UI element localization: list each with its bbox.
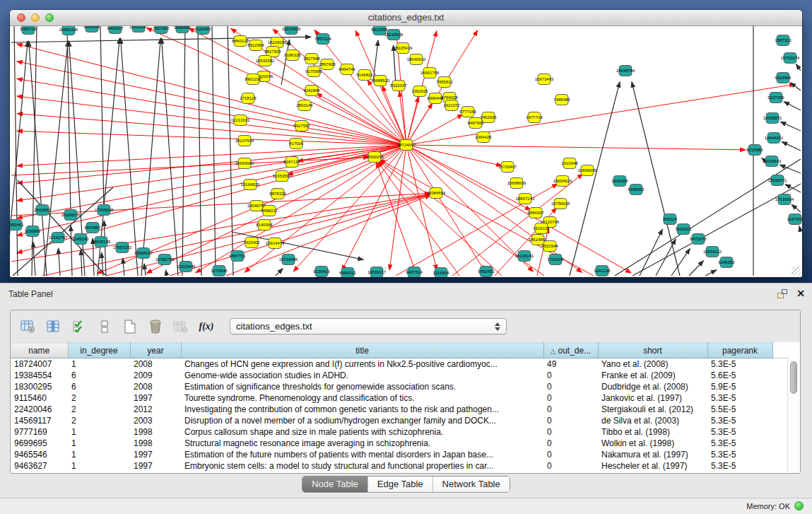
network-node[interactable]: 17016504 <box>775 194 794 205</box>
network-node[interactable]: 1587310 <box>775 35 792 46</box>
network-node[interactable]: 9242848 <box>303 86 320 96</box>
network-node[interactable]: 1156869 <box>25 226 42 237</box>
table-row[interactable]: 1872400712008Changes of HCN gene express… <box>11 358 789 370</box>
network-node[interactable]: 10973493 <box>535 74 554 85</box>
network-node[interactable]: 9463627 <box>107 26 124 34</box>
network-node[interactable]: 19166829 <box>241 180 260 190</box>
network-node[interactable]: 9952451 <box>478 267 495 277</box>
tab-edge-table[interactable]: Edge Table <box>367 477 433 492</box>
network-node[interactable]: 8860123 <box>232 36 249 47</box>
table-row[interactable]: 977716911998Corpus callosum shape and si… <box>11 426 789 438</box>
network-node[interactable]: 1610948 <box>561 158 578 169</box>
network-node[interactable]: 9245652 <box>718 257 735 268</box>
table-row[interactable]: 2242004622012Investigating the contribut… <box>11 404 789 415</box>
network-node[interactable]: 9699695 <box>174 26 191 33</box>
network-node[interactable]: 2867608 <box>319 59 336 70</box>
network-node[interactable]: 1362615 <box>411 86 428 97</box>
network-node[interactable]: 8454749 <box>339 64 355 75</box>
network-node[interactable]: 835114 <box>663 214 677 225</box>
network-node[interactable]: 9901230 <box>245 74 261 85</box>
network-node[interactable]: 1615132 <box>533 223 550 234</box>
network-node[interactable]: 1621072 <box>443 100 460 111</box>
row-height-button[interactable] <box>94 317 115 336</box>
float-panel-icon[interactable] <box>777 288 788 298</box>
table-scrollbar-thumb[interactable] <box>790 361 797 394</box>
table-chooser-select[interactable]: citations_edges.txt <box>230 318 507 334</box>
table-settings-button[interactable] <box>18 317 39 336</box>
memory-ok-icon[interactable] <box>794 501 804 510</box>
network-node[interactable]: 19756928 <box>551 199 570 209</box>
column-header-short[interactable]: short <box>598 343 707 358</box>
network-node[interactable]: 8878334 <box>269 189 286 199</box>
network-node[interactable]: 12444151 <box>765 133 784 144</box>
network-node[interactable]: 9329966 <box>775 73 792 83</box>
table-row[interactable]: 946362711997Embryonic stem cells: a mode… <box>11 460 789 472</box>
network-node[interactable]: 2803144 <box>296 100 313 111</box>
column-header-name[interactable]: name <box>11 343 68 358</box>
function-builder-button[interactable]: f(x) <box>196 317 217 336</box>
network-node[interactable]: 9437514 <box>406 267 423 278</box>
network-node[interactable]: 1350461 <box>10 220 24 230</box>
network-node[interactable]: 9465546 <box>83 26 100 33</box>
network-node[interactable]: 9055724 <box>20 26 37 35</box>
network-node[interactable]: 16648784 <box>616 66 635 76</box>
network-node[interactable]: 9975887 <box>84 223 101 233</box>
network-node[interactable]: 10688609 <box>507 178 526 189</box>
network-node[interactable]: 19716485 <box>279 255 298 265</box>
zoom-window-button[interactable] <box>45 13 54 22</box>
network-node[interactable]: 10553287 <box>129 26 148 33</box>
network-node[interactable]: 17957253 <box>113 243 132 253</box>
network-node[interactable]: 18107554 <box>235 136 254 146</box>
network-node[interactable]: 1041238 <box>594 266 611 276</box>
delete-table-button[interactable] <box>170 317 192 336</box>
network-node[interactable]: 7462626 <box>480 112 497 123</box>
network-node[interactable]: 18807243 <box>516 194 535 204</box>
network-node[interactable]: 1640954 <box>611 176 628 187</box>
network-node[interactable]: 4522544 <box>541 241 558 252</box>
network-node[interactable]: 8912954 <box>247 40 264 51</box>
column-header-in_degree[interactable]: in_degree <box>68 343 130 358</box>
network-node[interactable]: 8322037 <box>390 81 407 91</box>
network-node[interactable]: 1145190 <box>73 234 90 245</box>
network-node[interactable]: 7485083 <box>553 95 570 105</box>
network-node[interactable]: 1167533 <box>787 214 802 225</box>
network-node[interactable]: 1273645 <box>211 266 228 276</box>
network-node[interactable]: 8140994 <box>256 220 273 230</box>
network-node[interactable]: 9657791 <box>229 251 246 262</box>
network-node[interactable]: 10654112 <box>703 247 722 257</box>
network-node[interactable]: 2718129 <box>240 93 257 104</box>
network-node[interactable]: 417006 <box>289 139 304 149</box>
table-row[interactable]: 1938455462009Genome-wide association stu… <box>11 370 789 381</box>
network-node[interactable]: 15751074 <box>781 53 800 64</box>
network-node[interactable]: 2610650 <box>34 205 51 216</box>
network-node[interactable]: 9115460 <box>195 26 212 35</box>
column-header-pagerank[interactable]: pagerank <box>707 343 772 358</box>
network-node[interactable]: 19384554 <box>427 188 446 199</box>
network-node[interactable]: 16210643 <box>763 156 782 167</box>
network-canvas[interactable]: 9055724206914069465546946362710553287152… <box>10 26 802 277</box>
network-node[interactable]: 7857224 <box>314 34 331 45</box>
network-node[interactable]: 9584067 <box>527 208 544 218</box>
network-node[interactable]: 12093872 <box>763 113 782 124</box>
network-node[interactable]: 18640910 <box>407 54 426 65</box>
network-node[interactable]: 15692071 <box>768 175 787 186</box>
table-row[interactable]: 911546021997Tourette syndrome. Phenomeno… <box>11 392 789 404</box>
column-header-year[interactable]: year <box>130 343 181 358</box>
network-node[interactable]: 9938052 <box>628 185 645 195</box>
network-node[interactable]: 15136141 <box>515 251 534 262</box>
network-node[interactable]: 10899695 <box>578 165 597 176</box>
select-rows-button[interactable] <box>69 317 90 336</box>
table-row[interactable]: 1830029562008Estimation of significance … <box>11 381 789 392</box>
network-node[interactable]: 7632621 <box>675 224 692 235</box>
window-resize-grip[interactable] <box>792 267 801 276</box>
tab-network-table[interactable]: Network Table <box>433 477 510 492</box>
network-node[interactable]: 9267130 <box>283 157 300 168</box>
network-node[interactable]: 12213333 <box>231 115 250 126</box>
network-node[interactable]: 9427552 <box>293 121 310 132</box>
table-row[interactable]: 946554611997Estimation of the future num… <box>11 449 789 460</box>
network-node[interactable]: 20691406 <box>59 26 78 35</box>
network-node[interactable]: 18325419 <box>394 43 413 54</box>
delete-column-button[interactable] <box>145 317 166 336</box>
network-node[interactable]: 1733426 <box>547 255 564 265</box>
network-node[interactable]: 9175685 <box>305 66 322 77</box>
